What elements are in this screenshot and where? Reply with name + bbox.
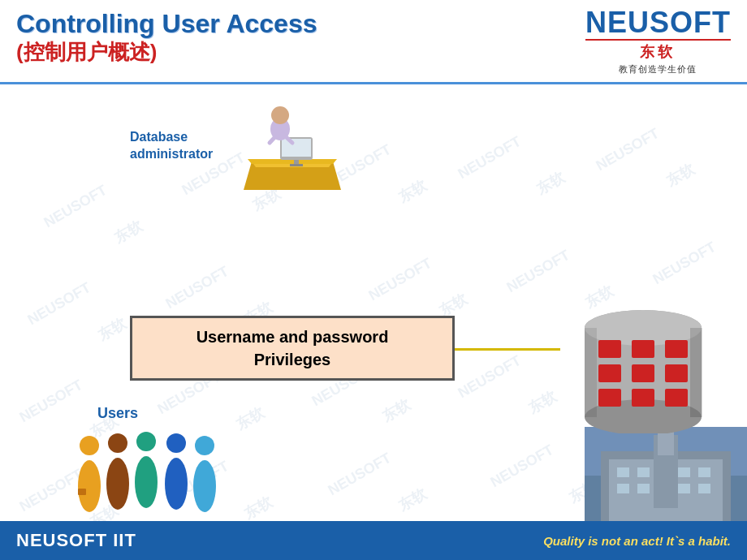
svg-point-34 [165,458,188,510]
cred-line1: Username and password [196,325,389,348]
svg-rect-52 [658,431,674,455]
cred-line2: Privileges [254,348,331,371]
svg-rect-25 [690,328,702,417]
svg-rect-15 [598,340,621,358]
sub-title: (控制用户概述) [16,39,585,67]
users-figure [65,425,244,531]
connector-line [455,348,560,351]
watermark-text: 东软 [94,314,129,346]
watermark-text: NEUSOFT [366,255,435,304]
svg-rect-46 [617,484,629,493]
svg-rect-42 [637,467,650,477]
svg-rect-22 [632,389,654,407]
watermark-text: 东软 [663,160,697,192]
main-title: Controlling User Access [16,8,585,39]
watermark-text: 东软 [395,176,430,208]
svg-point-36 [193,460,216,512]
watermark-text: NEUSOFT [326,450,395,499]
svg-rect-17 [665,340,688,358]
svg-rect-49 [678,484,690,493]
svg-rect-19 [632,364,654,382]
watermark-text: NEUSOFT [488,442,557,491]
logo-underline [585,39,731,41]
watermark-text: NEUSOFT [25,279,94,329]
database-cylinder [581,291,706,417]
svg-rect-16 [632,340,654,358]
logo-block: NEUSOFT 东软 教育创造学生价值 [585,8,731,75]
svg-rect-18 [598,364,621,382]
watermark-text: 东软 [525,387,559,419]
svg-point-31 [136,432,156,451]
footer-quote: Quality is not an act! It`s a habit. [543,534,731,548]
watermark-text: 东软 [395,485,430,516]
svg-point-27 [78,460,101,512]
logo-slogan: 教育创造学生价值 [619,63,697,75]
svg-rect-20 [665,364,688,382]
svg-rect-6 [290,164,303,166]
watermark-text: NEUSOFT [594,125,663,174]
logo-dongru: 东软 [640,42,676,62]
svg-rect-5 [294,160,299,164]
svg-rect-41 [617,467,629,477]
title-block: Controlling User Access (控制用户概述) [16,8,585,67]
svg-rect-23 [665,389,688,407]
svg-point-33 [166,433,186,453]
svg-rect-28 [78,489,86,495]
building-image [585,427,747,524]
logo-eusoft: EUSOFT [607,6,731,39]
credential-box: Username and password Privileges [130,316,455,381]
svg-point-8 [271,106,289,124]
svg-point-32 [135,456,158,508]
watermark-text: 东软 [378,395,413,427]
watermark-text: NEUSOFT [163,263,232,312]
svg-rect-50 [698,484,710,493]
watermark-text: 东软 [533,168,568,200]
logo-text: NEUSOFT [585,8,731,37]
svg-point-29 [108,433,127,453]
watermark-text: 东软 [110,217,145,248]
svg-point-35 [195,436,214,455]
watermark-text: NEUSOFT [17,377,86,426]
svg-rect-47 [637,484,650,493]
watermark-text: NEUSOFT [41,182,110,231]
footer-logo: NEUSOFT IIT [16,530,136,551]
content: NEUSOFT东软NEUSOFT东软NEUSOFT东软NEUSOFT东软NEUS… [0,84,747,560]
watermark-text: NEUSOFT [650,239,719,288]
svg-point-30 [106,458,129,510]
svg-rect-21 [598,389,621,407]
users-label: Users [97,405,138,422]
svg-rect-45 [698,467,710,477]
svg-rect-4 [282,139,311,157]
dba-figure [235,101,349,206]
dba-label: Database administrator [130,129,213,163]
watermark-text: NEUSOFT [456,133,525,183]
logo-n: N [585,6,607,39]
footer: NEUSOFT IIT Quality is not an act! It`s … [0,521,747,560]
header: Controlling User Access (控制用户概述) NEUSOFT… [0,0,747,84]
svg-rect-44 [678,467,690,477]
svg-point-26 [80,436,99,455]
svg-rect-24 [585,328,597,417]
watermark-text: NEUSOFT [504,247,573,296]
watermark-text: NEUSOFT [456,352,525,402]
dba-label-text: Database administrator [130,129,213,163]
watermark-text: 东软 [240,493,275,524]
